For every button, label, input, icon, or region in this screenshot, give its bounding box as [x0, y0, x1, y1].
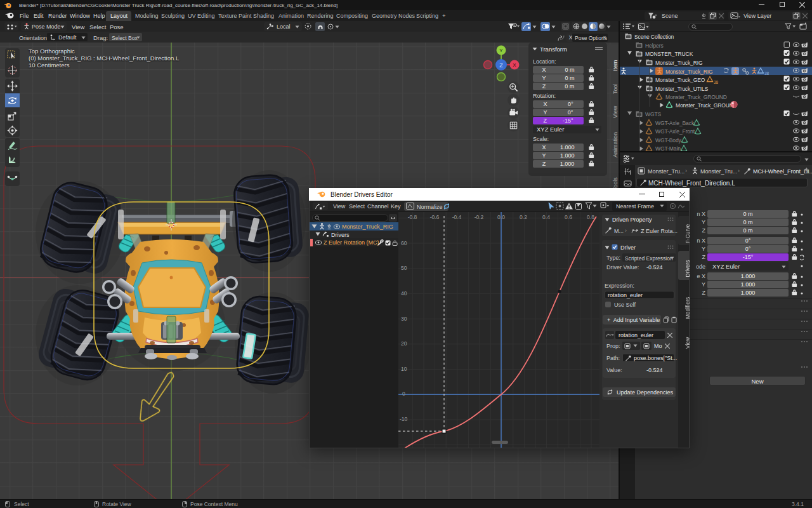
svg-text:WGTS: WGTS: [645, 111, 662, 117]
svg-text:Helpers: Helpers: [645, 43, 664, 49]
svg-text:Y: Y: [499, 48, 503, 53]
svg-text:Monster_Truck_RIG: Monster_Truck_RIG: [655, 60, 703, 66]
svg-text:WGT-Body: WGT-Body: [655, 137, 682, 144]
svg-text:Z: Z: [499, 62, 503, 69]
svg-text:Monster_Truck_UTILS: Monster_Truck_UTILS: [655, 86, 709, 92]
svg-text:WGT-Axle_Back: WGT-Axle_Back: [655, 120, 695, 126]
svg-text:Monster_Truck_RIG: Monster_Truck_RIG: [665, 69, 713, 75]
svg-text:38: 38: [714, 80, 719, 84]
svg-text:MONSTER_TRUCK: MONSTER_TRUCK: [645, 51, 693, 57]
svg-text:Monster_Truck_GROUND: Monster_Truck_GROUND: [665, 94, 727, 100]
svg-text:Monster_Truck_GEO: Monster_Truck_GEO: [655, 77, 705, 83]
svg-text:38: 38: [764, 71, 769, 76]
svg-text:Monster_Truck_GROUND: Monster_Truck_GROUND: [676, 102, 737, 109]
svg-text:WGT-Axle_Front: WGT-Axle_Front: [655, 128, 695, 135]
svg-text:X: X: [513, 62, 516, 68]
svg-text:Scene Collection: Scene Collection: [634, 34, 674, 40]
